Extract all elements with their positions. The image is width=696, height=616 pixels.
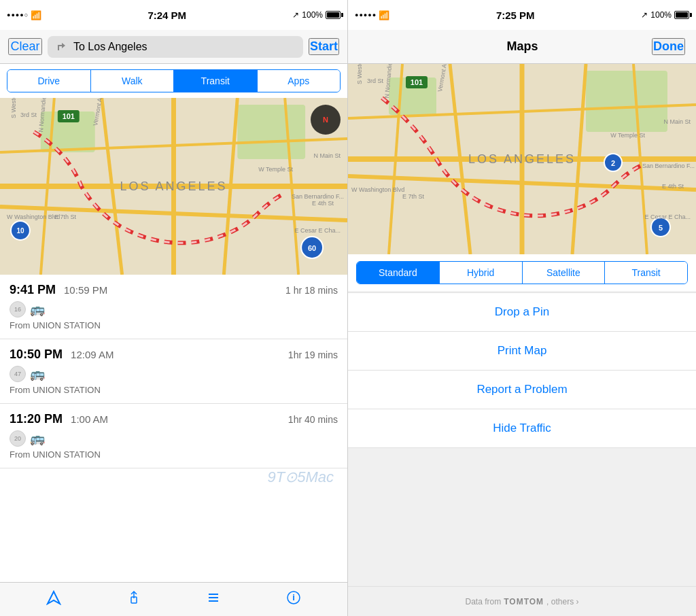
svg-marker-17 <box>48 592 60 604</box>
map-type-standard[interactable]: Standard <box>357 262 440 284</box>
street-label-sanbernardino: San Bernardino F... <box>292 193 344 200</box>
transport-tabs: Drive Walk Transit Apps <box>7 69 341 92</box>
done-button[interactable]: Done <box>652 38 685 55</box>
start-button[interactable]: Start <box>309 38 339 55</box>
street-label-3rd: 3rd St <box>20 112 37 118</box>
map-type-satellite[interactable]: Satellite <box>523 262 606 284</box>
street-label-mainst-r: N Main St <box>663 118 691 125</box>
street-label-temple: W Temple St <box>258 166 293 173</box>
street-label-4th-r: E 4th St <box>662 183 684 190</box>
time-right: 7:25 PM <box>496 10 535 21</box>
map-label-la: LOS ANGELES <box>120 179 227 194</box>
report-problem-button[interactable]: Report a Problem <box>348 371 696 409</box>
street-label-normandie: N Normandie Ave <box>37 98 48 133</box>
svg-rect-26 <box>586 71 667 132</box>
bus-badge-16: 16 <box>10 301 26 318</box>
footer-source: TOMTOM <box>504 597 544 606</box>
svg-line-10 <box>285 98 298 275</box>
tab-transit[interactable]: Transit <box>174 70 258 92</box>
depart-time-2: 10:50 PM <box>10 347 63 362</box>
svg-text:60: 60 <box>308 244 316 252</box>
map-area-left[interactable]: 60 10 101 LOS ANGELES N S Western Ave N … <box>0 98 347 275</box>
battery-pct-right: 100% <box>650 10 672 20</box>
location-arrow-left: ↗ <box>292 10 299 20</box>
hide-traffic-button[interactable]: Hide Traffic <box>348 409 696 448</box>
street-label-washington: W Washington Blvd <box>7 213 60 220</box>
drop-pin-button[interactable]: Drop a Pin <box>348 292 696 332</box>
svg-line-35 <box>633 64 647 254</box>
svg-line-31 <box>450 64 470 254</box>
footer-text: Data from <box>466 597 502 606</box>
depart-time-3: 11:20 PM <box>10 412 63 426</box>
svg-rect-1 <box>41 112 95 152</box>
location-button[interactable] <box>46 590 61 609</box>
svg-rect-25 <box>348 64 696 254</box>
svg-line-32 <box>572 64 586 254</box>
status-bar-right: ●●●●● 📶 7:25 PM ↗ 100% <box>348 0 696 30</box>
data-footer: Data from TOMTOM , others › <box>348 586 696 616</box>
compass: N <box>311 105 341 135</box>
svg-text:10: 10 <box>16 227 24 235</box>
street-label-vermont: Vermont Ave <box>92 98 105 126</box>
transit-results: 9:41 PM 10:59 PM 1 hr 18 mins 16 🚌 From … <box>0 275 347 582</box>
battery-icon-left <box>326 11 341 19</box>
map-type-hybrid[interactable]: Hybrid <box>440 262 523 284</box>
bus-icon-2: 🚌 <box>30 366 45 381</box>
signal-status-left: ●●●●○ 📶 <box>7 10 41 20</box>
street-label-cesar-r: E Cesar E Cha... <box>644 213 691 220</box>
map-background-right: 101 5 2 LOS ANGELES S Western Ave N Norm… <box>348 64 696 254</box>
tab-walk[interactable]: Walk <box>91 70 175 92</box>
street-label-cesar: E Cesar E Cha... <box>294 227 341 234</box>
svg-point-11 <box>301 237 323 258</box>
svg-rect-27 <box>389 78 436 115</box>
bus-icon-3: 🚌 <box>30 431 45 446</box>
route-item-2[interactable]: 10:50 PM 12:09 AM 1hr 19 mins 47 🚌 From … <box>0 339 347 404</box>
battery-area-left: ↗ 100% <box>292 10 341 20</box>
svg-point-13 <box>11 221 30 240</box>
clear-button[interactable]: Clear <box>8 38 42 55</box>
svg-text:101: 101 <box>411 78 423 86</box>
time-left: 7:24 PM <box>147 10 186 21</box>
map-area-right[interactable]: 101 5 2 LOS ANGELES S Western Ave N Norm… <box>348 64 696 254</box>
svg-line-6 <box>102 98 122 275</box>
right-panel: ●●●●● 📶 7:25 PM ↗ 100% Maps Done <box>348 0 696 616</box>
map-roads-left: 60 10 101 <box>0 98 347 275</box>
svg-line-33 <box>348 105 696 118</box>
info-button[interactable]: i <box>286 590 301 609</box>
action-list: Drop a Pin Print Map Report a Problem Hi… <box>348 291 696 586</box>
route-times-3: 11:20 PM 1:00 AM 1hr 40 mins <box>10 412 338 426</box>
svg-rect-0 <box>0 98 347 275</box>
print-map-button[interactable]: Print Map <box>348 332 696 371</box>
street-label-sanbernardino-r: San Bernardino F... <box>642 162 695 169</box>
street-label-western-r: S Western Ave <box>356 64 363 84</box>
list-button[interactable] <box>206 590 221 609</box>
map-background-left: 60 10 101 LOS ANGELES N S Western Ave N … <box>0 98 347 275</box>
tab-drive[interactable]: Drive <box>7 70 91 92</box>
duration-2: 1hr 19 mins <box>288 349 338 360</box>
street-label-4th: E 4th St <box>312 200 334 207</box>
share-button[interactable] <box>126 590 141 609</box>
depart-time-1: 9:41 PM <box>10 283 56 297</box>
svg-line-8 <box>0 139 347 152</box>
street-label-7th: E 7th St <box>54 213 76 220</box>
street-label-3rd-r: 3rd St <box>367 78 383 84</box>
route-item-1[interactable]: 9:41 PM 10:59 PM 1 hr 18 mins 16 🚌 From … <box>0 275 347 339</box>
map-type-transit[interactable]: Transit <box>605 262 687 284</box>
tab-apps[interactable]: Apps <box>258 70 341 92</box>
battery-area-right: ↗ 100% <box>641 10 689 20</box>
duration-1: 1 hr 18 mins <box>285 285 338 296</box>
footer-others[interactable]: , others › <box>546 597 578 606</box>
bottom-toolbar-left: i <box>0 582 347 616</box>
map-type-bar: Standard Hybrid Satellite Transit <box>356 261 688 284</box>
battery-pct-left: 100% <box>302 10 323 20</box>
svg-text:2: 2 <box>611 159 615 167</box>
svg-line-34 <box>389 64 402 254</box>
svg-rect-15 <box>58 110 80 122</box>
signal-status-right: ●●●●● 📶 <box>355 10 389 20</box>
svg-rect-2 <box>237 105 305 159</box>
route-from-1: From UNION STATION <box>10 320 338 330</box>
nav-bar-left: Clear To Los Angeles Start <box>0 30 347 64</box>
svg-rect-36 <box>406 76 428 88</box>
route-item-3[interactable]: 11:20 PM 1:00 AM 1hr 40 mins 20 🚌 From U… <box>0 404 347 468</box>
street-label-vermont-r: Vermont Ave <box>436 64 449 92</box>
